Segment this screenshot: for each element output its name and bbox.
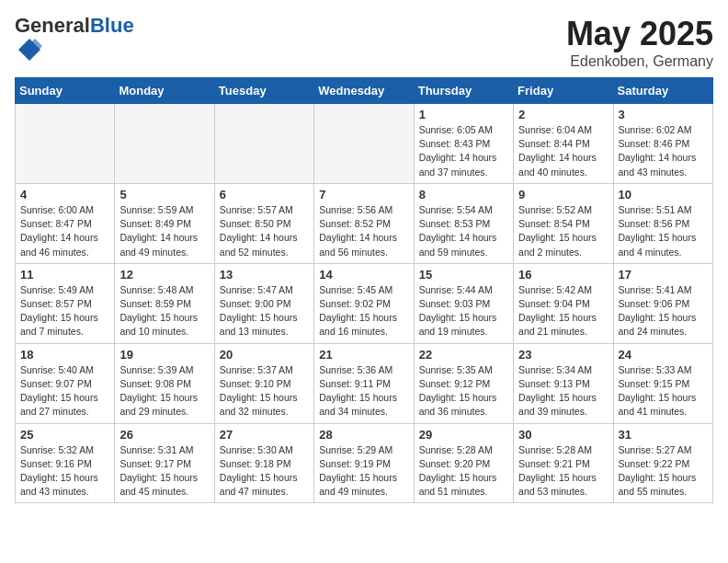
calendar-cell: 30Sunrise: 5:28 AM Sunset: 9:21 PM Dayli…	[514, 423, 613, 503]
calendar-cell: 26Sunrise: 5:31 AM Sunset: 9:17 PM Dayli…	[115, 423, 214, 503]
weekday-header: Friday	[514, 78, 613, 104]
day-info: Sunrise: 5:51 AM Sunset: 8:56 PM Dayligh…	[619, 203, 708, 259]
logo-icon	[17, 37, 42, 63]
calendar-cell	[214, 104, 313, 184]
calendar-cell: 3Sunrise: 6:02 AM Sunset: 8:46 PM Daylig…	[613, 104, 712, 184]
day-number: 9	[518, 188, 608, 201]
calendar-cell: 10Sunrise: 5:51 AM Sunset: 8:56 PM Dayli…	[613, 183, 712, 263]
weekday-header: Saturday	[613, 78, 712, 104]
day-info: Sunrise: 5:34 AM Sunset: 9:13 PM Dayligh…	[518, 363, 608, 419]
calendar-week-row: 18Sunrise: 5:40 AM Sunset: 9:07 PM Dayli…	[16, 343, 713, 423]
day-number: 14	[319, 268, 408, 282]
day-info: Sunrise: 5:29 AM Sunset: 9:19 PM Dayligh…	[319, 443, 408, 500]
calendar-cell: 24Sunrise: 5:33 AM Sunset: 9:15 PM Dayli…	[613, 343, 712, 423]
day-number: 18	[20, 348, 109, 362]
logo: GeneralBlue	[15, 15, 134, 66]
calendar-cell: 8Sunrise: 5:54 AM Sunset: 8:53 PM Daylig…	[414, 183, 513, 263]
weekday-header: Monday	[115, 78, 214, 104]
day-number: 5	[119, 188, 209, 201]
day-info: Sunrise: 5:37 AM Sunset: 9:10 PM Dayligh…	[220, 363, 309, 419]
calendar-week-row: 25Sunrise: 5:32 AM Sunset: 9:16 PM Dayli…	[16, 423, 713, 503]
calendar-cell: 13Sunrise: 5:47 AM Sunset: 9:00 PM Dayli…	[214, 263, 313, 343]
day-number: 3	[619, 108, 708, 121]
day-info: Sunrise: 5:40 AM Sunset: 9:07 PM Dayligh…	[20, 363, 109, 419]
day-info: Sunrise: 5:31 AM Sunset: 9:17 PM Dayligh…	[119, 443, 209, 500]
day-number: 28	[319, 428, 408, 442]
day-info: Sunrise: 5:59 AM Sunset: 8:49 PM Dayligh…	[119, 203, 209, 259]
calendar-cell: 15Sunrise: 5:44 AM Sunset: 9:03 PM Dayli…	[414, 263, 513, 343]
weekday-header: Thursday	[414, 78, 513, 104]
calendar-cell: 11Sunrise: 5:49 AM Sunset: 8:57 PM Dayli…	[16, 263, 115, 343]
calendar-cell: 6Sunrise: 5:57 AM Sunset: 8:50 PM Daylig…	[214, 183, 313, 263]
day-number: 17	[619, 268, 708, 282]
day-number: 24	[619, 348, 708, 362]
day-number: 6	[220, 188, 309, 201]
calendar-cell	[115, 104, 214, 184]
day-number: 20	[220, 348, 309, 362]
day-info: Sunrise: 5:27 AM Sunset: 9:22 PM Dayligh…	[619, 443, 708, 500]
day-number: 27	[220, 428, 309, 442]
calendar-cell: 22Sunrise: 5:35 AM Sunset: 9:12 PM Dayli…	[414, 343, 513, 423]
day-info: Sunrise: 5:32 AM Sunset: 9:16 PM Dayligh…	[20, 443, 109, 500]
day-info: Sunrise: 6:04 AM Sunset: 8:44 PM Dayligh…	[518, 123, 608, 179]
page-header: GeneralBlue May 2025 Edenkoben, Germany	[15, 15, 713, 70]
day-number: 1	[419, 108, 508, 121]
day-number: 26	[119, 428, 209, 442]
day-number: 8	[419, 188, 508, 201]
day-info: Sunrise: 5:57 AM Sunset: 8:50 PM Dayligh…	[220, 203, 309, 259]
day-info: Sunrise: 6:02 AM Sunset: 8:46 PM Dayligh…	[619, 123, 708, 179]
calendar-week-row: 1Sunrise: 6:05 AM Sunset: 8:43 PM Daylig…	[16, 104, 713, 184]
calendar-cell: 23Sunrise: 5:34 AM Sunset: 9:13 PM Dayli…	[514, 343, 613, 423]
calendar-cell: 18Sunrise: 5:40 AM Sunset: 9:07 PM Dayli…	[16, 343, 115, 423]
calendar-cell: 12Sunrise: 5:48 AM Sunset: 8:59 PM Dayli…	[115, 263, 214, 343]
day-number: 31	[619, 428, 708, 442]
calendar-table: SundayMondayTuesdayWednesdayThursdayFrid…	[15, 77, 713, 503]
day-number: 4	[20, 188, 109, 201]
day-info: Sunrise: 6:00 AM Sunset: 8:47 PM Dayligh…	[20, 203, 109, 259]
day-number: 7	[319, 188, 408, 201]
day-info: Sunrise: 5:49 AM Sunset: 8:57 PM Dayligh…	[20, 283, 109, 339]
day-number: 19	[119, 348, 209, 362]
calendar-cell: 27Sunrise: 5:30 AM Sunset: 9:18 PM Dayli…	[214, 423, 313, 503]
weekday-header-row: SundayMondayTuesdayWednesdayThursdayFrid…	[16, 78, 713, 104]
day-number: 25	[20, 428, 109, 442]
day-number: 22	[419, 348, 508, 362]
day-info: Sunrise: 5:45 AM Sunset: 9:02 PM Dayligh…	[319, 283, 408, 339]
calendar-cell: 29Sunrise: 5:28 AM Sunset: 9:20 PM Dayli…	[414, 423, 513, 503]
weekday-header: Wednesday	[314, 78, 414, 104]
calendar-cell: 28Sunrise: 5:29 AM Sunset: 9:19 PM Dayli…	[314, 423, 414, 503]
calendar-location: Edenkoben, Germany	[566, 53, 713, 70]
day-info: Sunrise: 5:36 AM Sunset: 9:11 PM Dayligh…	[319, 363, 408, 419]
logo-general: General	[15, 14, 90, 37]
calendar-cell: 31Sunrise: 5:27 AM Sunset: 9:22 PM Dayli…	[613, 423, 712, 503]
calendar-week-row: 4Sunrise: 6:00 AM Sunset: 8:47 PM Daylig…	[16, 183, 713, 263]
day-number: 29	[419, 428, 508, 442]
title-block: May 2025 Edenkoben, Germany	[566, 15, 713, 70]
day-info: Sunrise: 5:54 AM Sunset: 8:53 PM Dayligh…	[419, 203, 508, 259]
day-number: 13	[220, 268, 309, 282]
calendar-cell: 25Sunrise: 5:32 AM Sunset: 9:16 PM Dayli…	[16, 423, 115, 503]
day-number: 21	[319, 348, 408, 362]
calendar-cell: 16Sunrise: 5:42 AM Sunset: 9:04 PM Dayli…	[514, 263, 613, 343]
day-info: Sunrise: 5:42 AM Sunset: 9:04 PM Dayligh…	[518, 283, 608, 339]
calendar-cell: 4Sunrise: 6:00 AM Sunset: 8:47 PM Daylig…	[16, 183, 115, 263]
day-number: 16	[518, 268, 608, 282]
calendar-title: May 2025	[566, 15, 713, 53]
day-info: Sunrise: 5:44 AM Sunset: 9:03 PM Dayligh…	[419, 283, 508, 339]
day-info: Sunrise: 6:05 AM Sunset: 8:43 PM Dayligh…	[419, 123, 508, 179]
weekday-header: Tuesday	[214, 78, 313, 104]
day-info: Sunrise: 5:48 AM Sunset: 8:59 PM Dayligh…	[119, 283, 209, 339]
calendar-cell	[314, 104, 414, 184]
day-info: Sunrise: 5:41 AM Sunset: 9:06 PM Dayligh…	[619, 283, 708, 339]
day-info: Sunrise: 5:28 AM Sunset: 9:20 PM Dayligh…	[419, 443, 508, 500]
calendar-cell: 9Sunrise: 5:52 AM Sunset: 8:54 PM Daylig…	[514, 183, 613, 263]
day-info: Sunrise: 5:56 AM Sunset: 8:52 PM Dayligh…	[319, 203, 408, 259]
day-info: Sunrise: 5:52 AM Sunset: 8:54 PM Dayligh…	[518, 203, 608, 259]
day-info: Sunrise: 5:47 AM Sunset: 9:00 PM Dayligh…	[220, 283, 309, 339]
calendar-cell: 17Sunrise: 5:41 AM Sunset: 9:06 PM Dayli…	[613, 263, 712, 343]
day-number: 10	[619, 188, 708, 201]
calendar-week-row: 11Sunrise: 5:49 AM Sunset: 8:57 PM Dayli…	[16, 263, 713, 343]
calendar-cell: 14Sunrise: 5:45 AM Sunset: 9:02 PM Dayli…	[314, 263, 414, 343]
calendar-cell: 5Sunrise: 5:59 AM Sunset: 8:49 PM Daylig…	[115, 183, 214, 263]
calendar-cell: 20Sunrise: 5:37 AM Sunset: 9:10 PM Dayli…	[214, 343, 313, 423]
